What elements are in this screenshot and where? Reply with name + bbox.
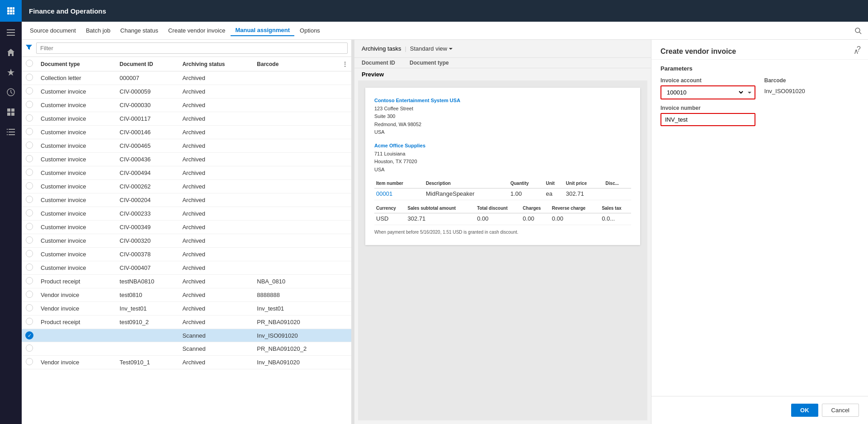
row-checkbox-cell[interactable] xyxy=(22,153,37,166)
svg-rect-3 xyxy=(7,10,9,12)
row-checkbox-cell[interactable] xyxy=(22,207,37,221)
row-status: Archived xyxy=(179,302,253,316)
row-checkbox-cell[interactable] xyxy=(22,275,37,288)
row-doc-id: test0910_2 xyxy=(116,316,179,329)
row-checkbox-cell[interactable] xyxy=(22,261,37,275)
table-row[interactable]: ✓ScannedInv_ISO091020 xyxy=(22,329,351,342)
row-checkbox-cell[interactable] xyxy=(22,316,37,329)
table-row[interactable]: Customer invoiceCIV-000233Archived xyxy=(22,207,351,221)
table-row[interactable]: Vendor invoicetest0810Archived8888888 xyxy=(22,288,351,302)
row-checkbox-cell[interactable] xyxy=(22,139,37,153)
td-price: 302.71 xyxy=(564,188,604,200)
row-checkbox-cell[interactable] xyxy=(22,126,37,139)
row-status: Archived xyxy=(179,288,253,302)
toolbar-batch-job[interactable]: Batch job xyxy=(81,25,115,36)
row-uncheck-icon xyxy=(26,291,33,298)
select-all-header[interactable] xyxy=(22,57,37,71)
row-status: Archived xyxy=(179,221,253,234)
company-address3: Redmond, WA 98052 xyxy=(374,121,631,129)
row-checkbox-cell[interactable] xyxy=(22,112,37,126)
table-row[interactable]: Collection letter000007Archived xyxy=(22,71,351,85)
table-row[interactable]: Vendor invoiceInv_test01ArchivedInv_test… xyxy=(22,302,351,316)
table-row[interactable]: Product receipttest0910_2ArchivedPR_NBA0… xyxy=(22,316,351,329)
table-row[interactable]: Customer invoiceCIV-000349Archived xyxy=(22,221,351,234)
svg-rect-9 xyxy=(7,29,15,30)
row-checkbox-cell[interactable] xyxy=(22,356,37,369)
row-checkbox-cell[interactable] xyxy=(22,193,37,207)
th-disc: Disc... xyxy=(604,179,631,188)
invoice-number-group: Invoice number xyxy=(660,105,755,126)
app-grid-button[interactable] xyxy=(0,0,22,22)
row-uncheck-icon xyxy=(26,155,33,162)
table-row[interactable]: Customer invoiceCIV-000059Archived xyxy=(22,85,351,99)
help-icon[interactable]: ? xyxy=(857,45,861,53)
standard-view-dropdown[interactable]: Standard view xyxy=(410,45,453,52)
table-row[interactable]: ScannedPR_NBA091020_2 xyxy=(22,342,351,356)
table-row[interactable]: Customer invoiceCIV-000262Archived xyxy=(22,180,351,193)
table-row[interactable]: Product receipttestNBA0810ArchivedNBA_08… xyxy=(22,275,351,288)
left-navigation xyxy=(0,0,22,424)
table-row[interactable]: Customer invoiceCIV-000378Archived xyxy=(22,248,351,261)
cancel-button[interactable]: Cancel xyxy=(822,404,859,417)
row-checkbox-cell[interactable] xyxy=(22,288,37,302)
table-row[interactable]: Customer invoiceCIV-000146Archived xyxy=(22,126,351,139)
invoice-account-select[interactable]: 100010 xyxy=(661,86,745,99)
table-row[interactable]: Customer invoiceCIV-000030Archived xyxy=(22,99,351,112)
toolbar-change-status[interactable]: Change status xyxy=(116,25,163,36)
row-uncheck-icon xyxy=(26,169,33,176)
sidebar-item-workspaces[interactable] xyxy=(0,103,22,121)
row-checkbox-cell[interactable] xyxy=(22,234,37,248)
sidebar-item-home[interactable] xyxy=(0,43,22,61)
row-more-options xyxy=(339,180,351,193)
row-checkbox-cell[interactable] xyxy=(22,248,37,261)
separator: | xyxy=(405,45,406,52)
table-row[interactable]: Customer invoiceCIV-000494Archived xyxy=(22,166,351,180)
row-checkbox-cell[interactable] xyxy=(22,85,37,99)
invoice-number-input[interactable] xyxy=(660,113,755,126)
row-checkbox-cell[interactable] xyxy=(22,99,37,112)
row-checkbox-cell[interactable]: ✓ xyxy=(22,329,37,342)
svg-rect-1 xyxy=(10,7,12,9)
filter-icon[interactable] xyxy=(25,44,33,52)
sidebar-item-recent[interactable] xyxy=(0,83,22,101)
row-barcode: Inv_ISO091020 xyxy=(253,329,339,342)
toolbar-manual-assignment[interactable]: Manual assignment xyxy=(231,25,294,36)
invoice-document: Contoso Entertainment System USA 123 Cof… xyxy=(365,88,640,245)
row-checkbox-cell[interactable] xyxy=(22,302,37,316)
invoice-account-dropdown-arrow[interactable] xyxy=(745,86,755,99)
toolbar-source-document[interactable]: Source document xyxy=(25,25,80,36)
row-checkbox-cell[interactable] xyxy=(22,180,37,193)
row-barcode xyxy=(253,166,339,180)
svg-rect-10 xyxy=(7,32,15,33)
sidebar-item-list[interactable] xyxy=(0,123,22,141)
row-checkbox-cell[interactable] xyxy=(22,166,37,180)
toolbar-search-icon[interactable] xyxy=(852,24,864,37)
td-item: 00001 xyxy=(374,188,424,200)
invoice-summary-table: Currency Sales subtotal amount Total dis… xyxy=(374,204,631,225)
filter-input[interactable] xyxy=(36,42,348,54)
sidebar-item-menu[interactable] xyxy=(0,24,22,42)
svg-rect-11 xyxy=(7,35,15,36)
row-more-options xyxy=(339,316,351,329)
row-barcode xyxy=(253,248,339,261)
table-row[interactable]: Customer invoiceCIV-000436Archived xyxy=(22,153,351,166)
table-row[interactable]: Customer invoiceCIV-000117Archived xyxy=(22,112,351,126)
sidebar-item-favorites[interactable] xyxy=(0,63,22,81)
row-more-options xyxy=(339,356,351,369)
ok-button[interactable]: OK xyxy=(791,404,818,417)
table-row[interactable]: Customer invoiceCIV-000407Archived xyxy=(22,261,351,275)
row-checkbox-cell[interactable] xyxy=(22,221,37,234)
table-row[interactable]: Vendor invoiceTest0910_1ArchivedInv_NBA0… xyxy=(22,356,351,369)
td-disc xyxy=(604,188,631,200)
row-more-options xyxy=(339,221,351,234)
col-doc-id: Document ID xyxy=(116,57,179,71)
toolbar: Source document Batch job Change status … xyxy=(22,22,868,40)
row-more-options xyxy=(339,166,351,180)
row-checkbox-cell[interactable] xyxy=(22,342,37,356)
row-checkbox-cell[interactable] xyxy=(22,71,37,85)
table-row[interactable]: Customer invoiceCIV-000204Archived xyxy=(22,193,351,207)
table-row[interactable]: Customer invoiceCIV-000465Archived xyxy=(22,139,351,153)
table-row[interactable]: Customer invoiceCIV-000320Archived xyxy=(22,234,351,248)
toolbar-create-vendor-invoice[interactable]: Create vendor invoice xyxy=(164,25,230,36)
toolbar-options[interactable]: Options xyxy=(295,25,325,36)
